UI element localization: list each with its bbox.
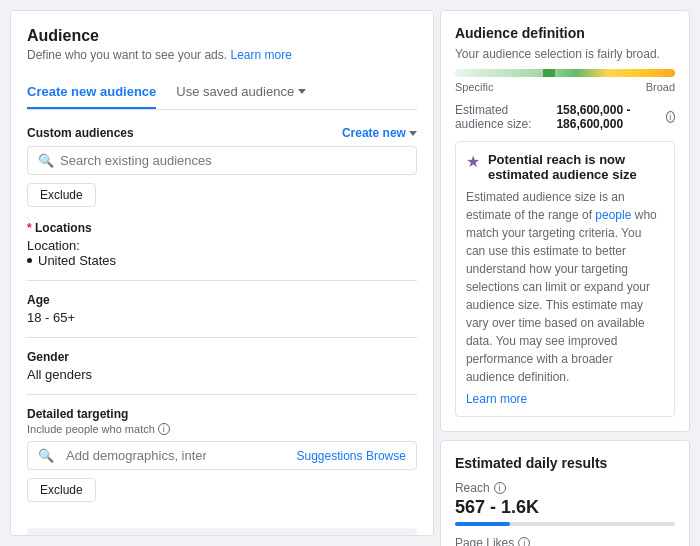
audience-breadth-bar — [455, 69, 675, 77]
notice-title: Potential reach is now estimated audienc… — [488, 152, 664, 182]
detailed-targeting-section: Detailed targeting Include people who ma… — [27, 407, 417, 516]
reach-label: Reach i — [455, 481, 675, 495]
age-section: Age 18 - 65+ — [27, 293, 417, 325]
reach-value: 567 - 1.6K — [455, 497, 675, 518]
chevron-down-icon-create — [409, 131, 417, 136]
tab-create-new[interactable]: Create new audience — [27, 76, 156, 109]
page-likes-metric: Page Likes i 74 - 213 — [455, 536, 675, 546]
reach-info-icon[interactable]: i — [494, 482, 506, 494]
broad-label: Broad — [646, 81, 675, 93]
targeting-search-wrap: 🔍 Suggestions Browse — [27, 441, 417, 470]
location-value: United States — [27, 253, 417, 268]
audience-search-wrap: 🔍 — [27, 146, 417, 175]
chevron-down-icon — [298, 89, 306, 94]
location-sublabel: Location: — [27, 238, 80, 253]
audience-def-title: Audience definition — [455, 25, 675, 41]
reach-bar — [455, 522, 675, 526]
suggestions-browse: Suggestions Browse — [297, 449, 406, 463]
locations-section: * Locations Location: United States — [27, 221, 417, 268]
targeting-search-input[interactable] — [66, 448, 206, 463]
notice-learn-more-link[interactable]: Learn more — [466, 392, 664, 406]
divider-3 — [27, 394, 417, 395]
targeting-exclude-button[interactable]: Exclude — [27, 478, 96, 502]
targeting-search-icon: 🔍 — [38, 448, 54, 463]
audience-breadth-indicator — [543, 69, 555, 77]
custom-audiences-section: Custom audiences Create new — [27, 126, 417, 140]
search-icon: 🔍 — [38, 153, 54, 168]
reach-metric: Reach i 567 - 1.6K — [455, 481, 675, 526]
detailed-targeting-title: Detailed targeting — [27, 407, 417, 421]
locations-title: * Locations — [27, 221, 417, 235]
bullet-dot — [27, 258, 32, 263]
page-likes-info-icon[interactable]: i — [518, 537, 530, 546]
learn-more-link[interactable]: Learn more — [230, 48, 291, 62]
create-new-link[interactable]: Create new — [342, 126, 417, 140]
audience-size-info-icon[interactable]: i — [666, 111, 675, 123]
gender-value: All genders — [27, 367, 417, 382]
info-icon[interactable]: i — [158, 423, 170, 435]
notice-people-link[interactable]: people — [595, 208, 631, 222]
star-icon: ★ — [466, 152, 480, 171]
potential-reach-notice: ★ Potential reach is now estimated audie… — [455, 141, 675, 417]
divider-1 — [27, 280, 417, 281]
audience-search-input[interactable] — [60, 153, 406, 168]
reach-bar-fill — [455, 522, 510, 526]
exclude-button[interactable]: Exclude — [27, 183, 96, 207]
age-title: Age — [27, 293, 417, 307]
daily-results-title: Estimated daily results — [455, 455, 675, 471]
audience-size: Estimated audience size: 158,600,000 - 1… — [455, 103, 675, 131]
audience-subtitle: Define who you want to see your ads. Lea… — [27, 48, 417, 62]
specific-label: Specific — [455, 81, 494, 93]
audience-tabs: Create new audience Use saved audience — [27, 76, 417, 110]
left-panel: Audience Define who you want to see your… — [10, 10, 434, 536]
audience-def-subtitle: Your audience selection is fairly broad. — [455, 47, 675, 61]
daily-results-card: Estimated daily results Reach i 567 - 1.… — [440, 440, 690, 546]
gender-section: Gender All genders — [27, 350, 417, 382]
page-likes-label: Page Likes i — [455, 536, 675, 546]
right-panel: Audience definition Your audience select… — [440, 10, 690, 536]
notice-body: Estimated audience size is an estimate o… — [466, 188, 664, 386]
age-value: 18 - 65+ — [27, 310, 417, 325]
gender-title: Gender — [27, 350, 417, 364]
audience-definition-card: Audience definition Your audience select… — [440, 10, 690, 432]
divider-2 — [27, 337, 417, 338]
tab-saved-audience[interactable]: Use saved audience — [176, 76, 306, 109]
audience-title: Audience — [27, 27, 417, 45]
progress-labels: Specific Broad — [455, 81, 675, 93]
detailed-targeting-sublabel: Include people who match i — [27, 423, 417, 435]
browse-link[interactable]: Browse — [366, 449, 406, 463]
advantage-targeting-section: Advantage Detailed Targeting + Reach peo… — [27, 528, 417, 536]
